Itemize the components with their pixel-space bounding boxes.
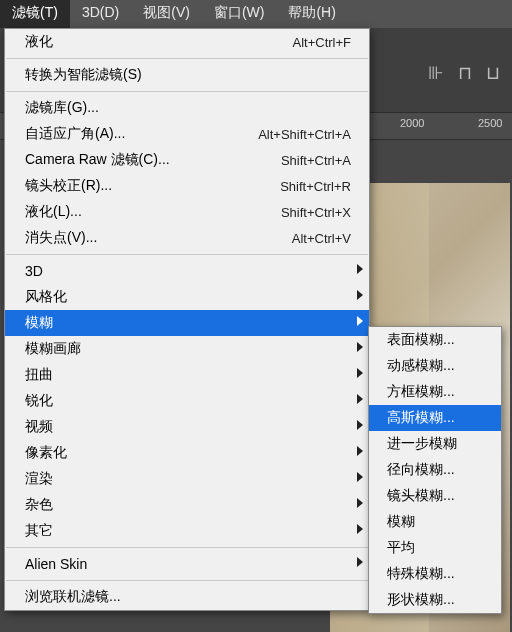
menu-item-label: 模糊: [25, 314, 351, 332]
menu-item-label: 液化: [25, 33, 272, 51]
menu-item[interactable]: 其它: [5, 518, 369, 544]
submenu-arrow-icon: [357, 342, 363, 352]
submenu-arrow-icon: [357, 524, 363, 534]
submenu-item[interactable]: 动感模糊...: [369, 353, 501, 379]
submenu-arrow-icon: [357, 264, 363, 274]
menu-item-label: 自适应广角(A)...: [25, 125, 238, 143]
menu-item[interactable]: 扭曲: [5, 362, 369, 388]
menu-item-label: Camera Raw 滤镜(C)...: [25, 151, 261, 169]
menu-item-label: 浏览联机滤镜...: [25, 588, 351, 606]
submenu-item[interactable]: 形状模糊...: [369, 587, 501, 613]
filter-menu-dropdown: 液化Alt+Ctrl+F转换为智能滤镜(S)滤镜库(G)...自适应广角(A).…: [4, 28, 370, 611]
submenu-item[interactable]: 表面模糊...: [369, 327, 501, 353]
menu-item-label: 风格化: [25, 288, 351, 306]
menu-item-label: 转换为智能滤镜(S): [25, 66, 351, 84]
menubar-item[interactable]: 滤镜(T): [0, 0, 70, 28]
menu-item-shortcut: Alt+Ctrl+F: [272, 35, 351, 50]
menu-item[interactable]: 渲染: [5, 466, 369, 492]
ruler-tick: 2000: [400, 117, 424, 129]
menu-item[interactable]: 液化(L)...Shift+Ctrl+X: [5, 199, 369, 225]
submenu-arrow-icon: [357, 316, 363, 326]
menu-item[interactable]: 3D: [5, 258, 369, 284]
submenu-arrow-icon: [357, 557, 363, 567]
menu-item-label: 模糊画廊: [25, 340, 351, 358]
menu-item-label: 消失点(V)...: [25, 229, 272, 247]
blur-submenu: 表面模糊...动感模糊...方框模糊...高斯模糊...进一步模糊径向模糊...…: [368, 326, 502, 614]
menu-item-label: 滤镜库(G)...: [25, 99, 351, 117]
menu-item[interactable]: 自适应广角(A)...Alt+Shift+Ctrl+A: [5, 121, 369, 147]
submenu-arrow-icon: [357, 368, 363, 378]
menu-item-label: 视频: [25, 418, 351, 436]
menu-item-shortcut: Alt+Ctrl+V: [272, 231, 351, 246]
menu-separator: [6, 91, 368, 92]
menu-separator: [6, 58, 368, 59]
menu-item[interactable]: 模糊画廊: [5, 336, 369, 362]
submenu-item[interactable]: 方框模糊...: [369, 379, 501, 405]
menu-item-label: 其它: [25, 522, 351, 540]
menu-item[interactable]: 锐化: [5, 388, 369, 414]
menubar: 滤镜(T)3D(D)视图(V)窗口(W)帮助(H): [0, 0, 512, 29]
menu-item[interactable]: Camera Raw 滤镜(C)...Shift+Ctrl+A: [5, 147, 369, 173]
menu-item-shortcut: Shift+Ctrl+A: [261, 153, 351, 168]
submenu-item[interactable]: 高斯模糊...: [369, 405, 501, 431]
submenu-item[interactable]: 镜头模糊...: [369, 483, 501, 509]
submenu-item[interactable]: 径向模糊...: [369, 457, 501, 483]
menu-item[interactable]: 消失点(V)...Alt+Ctrl+V: [5, 225, 369, 251]
menu-item-label: 杂色: [25, 496, 351, 514]
options-icons: ⊪ ⊓ ⊔: [428, 62, 500, 84]
menu-item-label: 锐化: [25, 392, 351, 410]
align-center-icon: ⊓: [458, 62, 472, 84]
menu-item[interactable]: 杂色: [5, 492, 369, 518]
menu-item-label: 像素化: [25, 444, 351, 462]
submenu-arrow-icon: [357, 446, 363, 456]
menu-item[interactable]: 视频: [5, 414, 369, 440]
menu-item[interactable]: 转换为智能滤镜(S): [5, 62, 369, 88]
submenu-item[interactable]: 进一步模糊: [369, 431, 501, 457]
menu-separator: [6, 254, 368, 255]
menu-item-label: 液化(L)...: [25, 203, 261, 221]
menu-item[interactable]: 浏览联机滤镜...: [5, 584, 369, 610]
align-right-icon: ⊔: [486, 62, 500, 84]
menu-item[interactable]: 滤镜库(G)...: [5, 95, 369, 121]
submenu-item[interactable]: 模糊: [369, 509, 501, 535]
menu-item-shortcut: Shift+Ctrl+X: [261, 205, 351, 220]
submenu-arrow-icon: [357, 472, 363, 482]
align-left-icon: ⊪: [428, 62, 444, 84]
menu-separator: [6, 580, 368, 581]
menu-separator: [6, 547, 368, 548]
menu-item-label: 扭曲: [25, 366, 351, 384]
menu-item-label: 镜头校正(R)...: [25, 177, 260, 195]
submenu-arrow-icon: [357, 420, 363, 430]
menu-item-label: Alien Skin: [25, 556, 351, 572]
menubar-item[interactable]: 3D(D): [70, 0, 131, 28]
menu-item-shortcut: Shift+Ctrl+R: [260, 179, 351, 194]
menu-item-label: 渲染: [25, 470, 351, 488]
menu-item-shortcut: Alt+Shift+Ctrl+A: [238, 127, 351, 142]
menu-item-label: 3D: [25, 263, 351, 279]
menu-item[interactable]: 像素化: [5, 440, 369, 466]
menu-item[interactable]: 镜头校正(R)...Shift+Ctrl+R: [5, 173, 369, 199]
menu-item[interactable]: 液化Alt+Ctrl+F: [5, 29, 369, 55]
submenu-arrow-icon: [357, 498, 363, 508]
menubar-item[interactable]: 帮助(H): [276, 0, 347, 28]
submenu-arrow-icon: [357, 290, 363, 300]
submenu-arrow-icon: [357, 394, 363, 404]
menu-item[interactable]: 模糊: [5, 310, 369, 336]
submenu-item[interactable]: 特殊模糊...: [369, 561, 501, 587]
ruler-tick: 2500: [478, 117, 502, 129]
menu-item[interactable]: 风格化: [5, 284, 369, 310]
menubar-item[interactable]: 窗口(W): [202, 0, 277, 28]
menu-item[interactable]: Alien Skin: [5, 551, 369, 577]
submenu-item[interactable]: 平均: [369, 535, 501, 561]
menubar-item[interactable]: 视图(V): [131, 0, 202, 28]
